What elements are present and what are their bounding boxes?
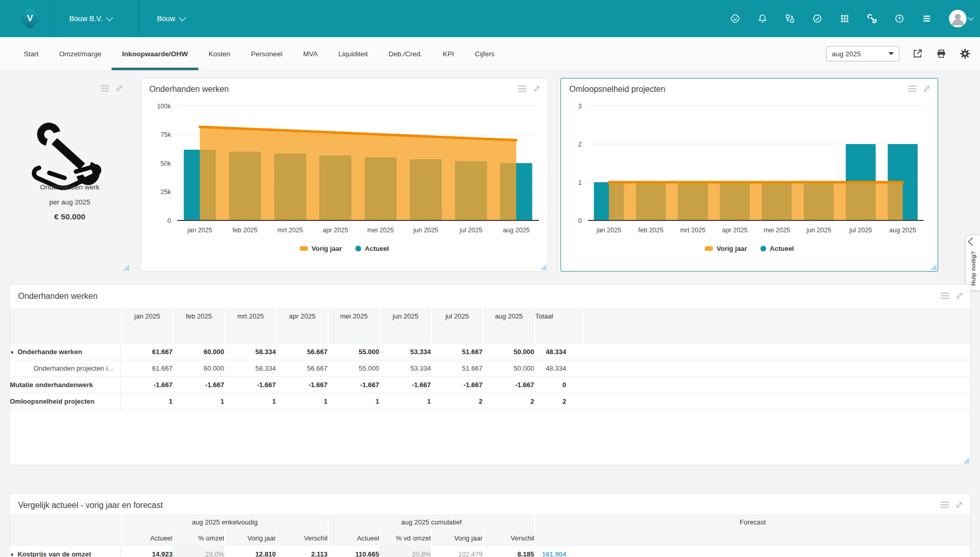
legend-item-vorig-jaar[interactable]: Vorig jaar <box>705 245 747 252</box>
column-header: mei 2025 <box>328 308 379 325</box>
svg-text:apr 2025: apr 2025 <box>323 227 348 234</box>
user-avatar[interactable] <box>948 9 973 28</box>
cell-value: -1.667 <box>328 377 379 393</box>
widget-menu-icon[interactable] <box>100 84 110 93</box>
widget-expand-icon[interactable] <box>532 84 541 93</box>
widget-expand-icon[interactable] <box>922 84 931 93</box>
menu-icon[interactable] <box>921 13 932 24</box>
cell-value: 55.000 <box>328 360 379 377</box>
chevron-left-icon[interactable] <box>968 237 977 246</box>
legend-item-actueel[interactable]: Actueel <box>760 245 794 252</box>
company-name: Bouw B.V. <box>69 14 102 23</box>
widget-menu-icon[interactable] <box>940 291 950 300</box>
tab-cijfers[interactable]: Cijfers <box>464 37 505 70</box>
chart-legend: Vorig jaarActueel <box>141 245 548 252</box>
help-icon[interactable]: ? <box>894 13 905 24</box>
tab-liquiditeit[interactable]: Liquiditeit <box>328 37 378 70</box>
top-header: V Bouw B.V. Bouw <box>0 0 980 37</box>
cell-value: -1.667 <box>379 377 431 393</box>
app-logo[interactable]: V <box>21 9 39 28</box>
tools-wrench-icon[interactable] <box>866 13 878 24</box>
kpi-tile-onderhanden-werk: Onderhanden werk per aug 2025 € 50.000 <box>9 78 130 272</box>
row-label: Mutatie onderhandenwerk <box>10 377 121 393</box>
dashboard-name: Bouw <box>157 14 175 23</box>
svg-text:50k: 50k <box>161 160 172 167</box>
tab-kosten[interactable]: Kosten <box>198 37 241 70</box>
chart-canvas[interactable]: 3210jan 2025feb 2025mrt 2025apr 2025mei … <box>561 102 929 241</box>
vergelijk-table: aug 2025 enkelvoudigaug 2025 cumulatiefF… <box>10 514 970 557</box>
column-header: Totaal <box>534 308 583 325</box>
svg-text:75k: 75k <box>161 131 172 138</box>
dashboard-selector[interactable]: Bouw <box>154 0 188 37</box>
column-header: Verschil <box>483 530 534 546</box>
svg-text:jan 2025: jan 2025 <box>187 227 212 234</box>
cell-value: 102.479 <box>431 546 483 557</box>
period-select[interactable]: aug 2025 <box>826 46 899 61</box>
apps-grid-icon[interactable] <box>839 13 850 24</box>
widget-menu-icon[interactable] <box>518 84 527 93</box>
svg-text:mrt 2025: mrt 2025 <box>680 227 705 234</box>
tab-inkoopwaarde-ohw[interactable]: Inkoopwaarde/OHW <box>112 37 198 70</box>
row-label: ▼Onderhande werken <box>10 344 121 360</box>
tab-start[interactable]: Start <box>13 37 49 70</box>
cell-value: 48.334 <box>534 360 583 377</box>
widget-expand-icon[interactable] <box>955 500 964 510</box>
tab-deb-cred-[interactable]: Deb./Cred. <box>378 37 432 70</box>
column-header: Vorig jaar <box>224 530 276 546</box>
sub-header-row: Actueel% omzetVorig jaarVerschilActueel%… <box>10 530 970 546</box>
table-row: Mutatie onderhandenwerk-1.667-1.667-1.66… <box>10 377 970 393</box>
resize-handle[interactable] <box>540 264 547 270</box>
column-header: aug 2025 <box>483 308 534 325</box>
tab-personeel[interactable]: Personeel <box>241 37 293 70</box>
tab-omzet-marge[interactable]: Omzet/marge <box>49 37 112 70</box>
notifications-bell-icon[interactable] <box>757 13 768 24</box>
chart-canvas[interactable]: 100k75k50k25k0jan 2025feb 2025mrt 2025ap… <box>141 102 544 241</box>
cell-value: 12.810 <box>224 546 276 557</box>
expand-row-icon[interactable]: ▼ <box>10 350 14 355</box>
column-header <box>534 530 970 546</box>
cell-value: 110.665 <box>328 546 379 557</box>
cell-value: 2 <box>534 393 583 410</box>
assistant-icon[interactable] <box>729 13 741 24</box>
column-header: aug 2025 enkelvoudig <box>121 514 328 530</box>
cell-value: -1.667 <box>483 377 534 393</box>
cell-value: 1 <box>224 393 276 410</box>
column-header: Actueel <box>121 530 173 546</box>
import-export-icon[interactable] <box>784 13 796 24</box>
cell-value: 1 <box>276 393 328 410</box>
share-icon[interactable] <box>912 48 923 59</box>
cell-value: 20,8% <box>379 546 431 557</box>
table-card-onderhanden-werken: Onderhanden werken jan 2025feb 2025mrt 2… <box>9 284 971 465</box>
widget-menu-icon[interactable] <box>908 84 917 93</box>
resize-handle[interactable] <box>930 264 937 270</box>
widget-expand-icon[interactable] <box>955 291 964 300</box>
cell-value: 51.667 <box>431 360 483 377</box>
legend-item-vorig-jaar[interactable]: Vorig jaar <box>300 245 342 252</box>
resize-handle[interactable] <box>123 264 129 270</box>
group-header-row: aug 2025 enkelvoudigaug 2025 cumulatiefF… <box>10 514 970 530</box>
print-icon[interactable] <box>936 48 947 59</box>
column-header: aug 2025 cumulatief <box>328 514 534 530</box>
table-header-row: jan 2025feb 2025mrt 2025apr 2025mei 2025… <box>10 308 970 325</box>
settings-gear-icon[interactable] <box>959 48 971 59</box>
widget-expand-icon[interactable] <box>115 84 124 93</box>
resize-handle[interactable] <box>963 457 969 464</box>
cell-value: 48.334 <box>534 344 583 360</box>
tasks-check-icon[interactable] <box>812 13 823 24</box>
row-label: Onderhanden projecten i... <box>10 360 121 377</box>
column-header: mrt 2025 <box>224 308 276 325</box>
company-selector[interactable]: Bouw B.V. <box>66 0 115 37</box>
legend-item-actueel[interactable]: Actueel <box>355 245 389 252</box>
tab-kpi[interactable]: KPI <box>432 37 464 70</box>
help-panel-tab[interactable]: Hulp nodig? ... <box>966 235 980 291</box>
table-card-vergelijk: Vergelijk actueel - vorig jaar en foreca… <box>9 493 971 557</box>
expand-row-icon[interactable]: ▼ <box>10 552 14 557</box>
tab-mva[interactable]: MVA <box>293 37 328 70</box>
cell-value: 2.113 <box>276 546 328 557</box>
column-header <box>10 530 121 546</box>
table-title: Vergelijk actueel - vorig jaar en foreca… <box>18 501 163 510</box>
svg-text:25k: 25k <box>161 188 172 196</box>
cell-value: 51.667 <box>431 344 483 360</box>
column-header: jan 2025 <box>121 308 173 325</box>
widget-menu-icon[interactable] <box>940 500 950 510</box>
